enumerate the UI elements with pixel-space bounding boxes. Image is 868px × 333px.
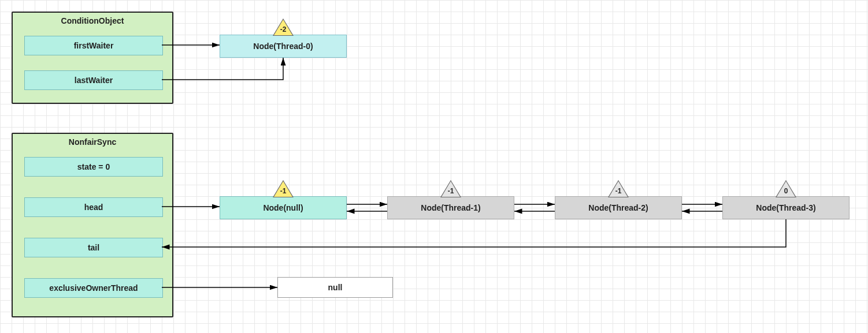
last-waiter-field: lastWaiter bbox=[24, 70, 163, 90]
triangle-badge-icon: -1 bbox=[440, 180, 461, 197]
triangle-badge-icon: -1 bbox=[608, 180, 629, 197]
triangle-badge-icon: -2 bbox=[273, 18, 294, 36]
first-waiter-field: firstWaiter bbox=[24, 36, 163, 55]
node-thread-2: Node(Thread-2) bbox=[555, 196, 682, 219]
state-label: state = 0 bbox=[77, 162, 110, 171]
condition-object-container: ConditionObject firstWaiter lastWaiter bbox=[12, 12, 173, 104]
tail-field: tail bbox=[24, 238, 163, 257]
node-head-null-badge: -1 bbox=[273, 187, 294, 195]
node-thread-1-label: Node(Thread-1) bbox=[421, 203, 480, 212]
nonfair-sync-container: NonfairSync state = 0 head tail exclusiv… bbox=[12, 133, 173, 317]
node-thread-0-label: Node(Thread-0) bbox=[253, 42, 313, 51]
nonfair-sync-title: NonfairSync bbox=[13, 137, 172, 147]
head-field: head bbox=[24, 197, 163, 217]
node-thread-3: Node(Thread-3) bbox=[722, 196, 850, 219]
exclusive-owner-thread-field: exclusiveOwnerThread bbox=[24, 278, 163, 298]
node-head-null: Node(null) bbox=[220, 196, 347, 219]
null-box-label: null bbox=[328, 283, 343, 292]
exclusive-owner-thread-label: exclusiveOwnerThread bbox=[49, 283, 138, 293]
node-thread-2-label: Node(Thread-2) bbox=[588, 203, 648, 212]
node-thread-0: Node(Thread-0) bbox=[220, 35, 347, 58]
diagram-canvas: ConditionObject firstWaiter lastWaiter N… bbox=[0, 0, 868, 333]
node-thread-3-badge: 0 bbox=[776, 187, 796, 195]
tail-label: tail bbox=[88, 243, 99, 252]
last-waiter-label: lastWaiter bbox=[75, 76, 113, 85]
triangle-badge-icon: -1 bbox=[273, 180, 294, 197]
head-label: head bbox=[84, 203, 103, 212]
condition-object-title: ConditionObject bbox=[13, 16, 172, 25]
node-thread-1: Node(Thread-1) bbox=[387, 196, 514, 219]
triangle-badge-icon: 0 bbox=[776, 180, 796, 197]
node-thread-0-badge: -2 bbox=[273, 25, 294, 33]
null-box: null bbox=[277, 277, 393, 298]
node-thread-2-badge: -1 bbox=[608, 187, 629, 195]
first-waiter-label: firstWaiter bbox=[74, 41, 114, 50]
node-thread-3-label: Node(Thread-3) bbox=[756, 203, 815, 212]
node-thread-1-badge: -1 bbox=[440, 187, 461, 195]
node-head-null-label: Node(null) bbox=[263, 203, 303, 212]
state-field: state = 0 bbox=[24, 157, 163, 177]
